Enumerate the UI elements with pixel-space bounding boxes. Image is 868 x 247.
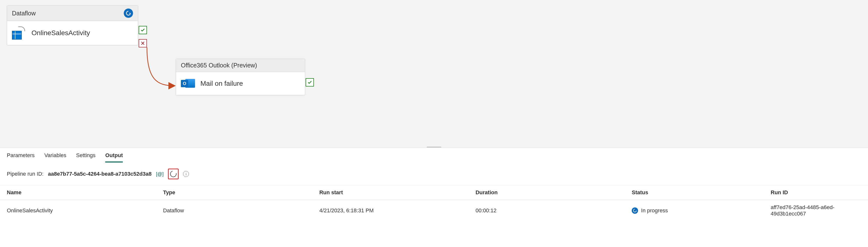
cell-type: Dataflow bbox=[156, 200, 312, 222]
col-run-id[interactable]: Run ID bbox=[764, 186, 868, 200]
outlook-icon: O bbox=[181, 78, 195, 90]
activity-type-label: Office365 Outlook (Preview) bbox=[181, 62, 257, 69]
cell-name: OnlineSalesActivity bbox=[0, 200, 156, 222]
run-id-label: Pipeline run ID: bbox=[7, 171, 43, 177]
activity-dataflow[interactable]: Dataflow OnlineSalesActivity bbox=[7, 5, 138, 45]
success-output-handle[interactable] bbox=[306, 78, 314, 86]
in-progress-icon bbox=[632, 208, 638, 214]
tab-output[interactable]: Output bbox=[105, 152, 123, 162]
status-text: In progress bbox=[641, 208, 668, 214]
tab-settings[interactable]: Settings bbox=[76, 152, 96, 162]
col-name[interactable]: Name bbox=[0, 186, 156, 200]
pipeline-canvas[interactable]: Dataflow OnlineSalesActivity Office365 O… bbox=[0, 0, 868, 148]
tab-parameters[interactable]: Parameters bbox=[7, 152, 35, 162]
activity-header: Dataflow bbox=[7, 6, 138, 21]
cell-duration: 00:00:12 bbox=[469, 200, 625, 222]
activity-name: Mail on failure bbox=[200, 80, 243, 87]
activity-body: OnlineSalesActivity bbox=[7, 21, 138, 45]
output-table: Name Type Run start Duration Status Run … bbox=[0, 186, 868, 221]
table-row[interactable]: OnlineSalesActivity Dataflow 4/21/2023, … bbox=[0, 200, 868, 222]
failure-output-handle[interactable] bbox=[138, 39, 147, 47]
col-run-start[interactable]: Run start bbox=[312, 186, 469, 200]
col-duration[interactable]: Duration bbox=[469, 186, 625, 200]
activity-body: O Mail on failure bbox=[176, 72, 305, 95]
activity-type-label: Dataflow bbox=[12, 10, 36, 17]
run-id-row: Pipeline run ID: aa8e7b77-5a5c-4264-bea8… bbox=[0, 163, 868, 186]
run-id-value: aa8e7b77-5a5c-4264-bea8-a7103c52d3a8 bbox=[48, 171, 151, 177]
cell-status: In progress bbox=[625, 200, 764, 222]
running-icon bbox=[124, 8, 133, 18]
refresh-icon bbox=[169, 169, 178, 179]
col-status[interactable]: Status bbox=[625, 186, 764, 200]
info-icon[interactable]: i bbox=[183, 171, 189, 177]
activity-name: OnlineSalesActivity bbox=[31, 29, 90, 37]
col-type[interactable]: Type bbox=[156, 186, 312, 200]
tab-variables[interactable]: Variables bbox=[44, 152, 66, 162]
table-header-row: Name Type Run start Duration Status Run … bbox=[0, 186, 868, 200]
panel-tabs: Parameters Variables Settings Output bbox=[0, 148, 868, 163]
cell-run-start: 4/21/2023, 6:18:31 PM bbox=[312, 200, 469, 222]
cell-run-id: aff7ed76-25ad-4485-a6ed-49d3b1ecc067 bbox=[764, 200, 868, 222]
dataflow-icon bbox=[12, 26, 26, 39]
activity-header: Office365 Outlook (Preview) bbox=[176, 59, 305, 72]
copy-run-id-icon[interactable]: [@] bbox=[156, 171, 163, 177]
activity-outlook[interactable]: Office365 Outlook (Preview) O Mail on fa… bbox=[176, 59, 305, 95]
success-output-handle[interactable] bbox=[138, 26, 147, 34]
output-panel: Parameters Variables Settings Output Pip… bbox=[0, 147, 868, 221]
refresh-button[interactable] bbox=[168, 169, 179, 179]
